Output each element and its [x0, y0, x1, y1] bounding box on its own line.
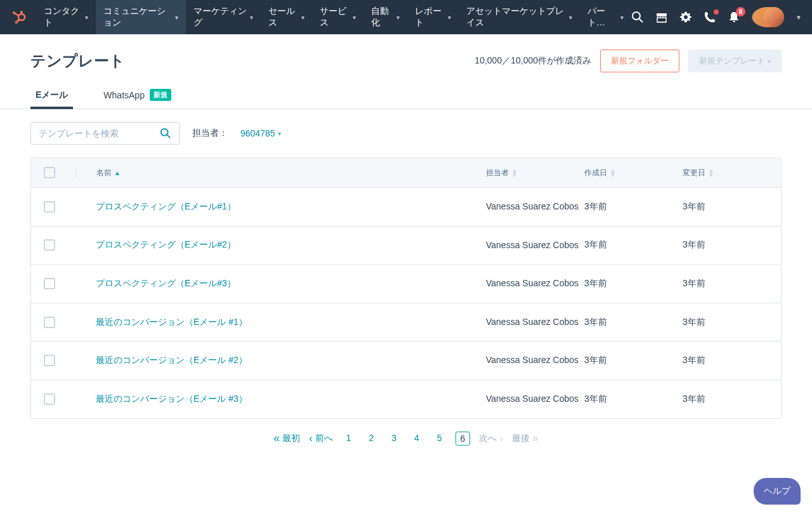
top-navigation: コンタクト▾コミュニケーション▾マーケティング▾セールス▾サービス▾自動化▾レポ… [0, 0, 812, 34]
row-owner-cell: Vanessa Suarez Cobos [486, 393, 584, 406]
chevron-down-icon: ▾ [620, 14, 624, 21]
nav-item-4[interactable]: サービス▾ [312, 0, 363, 34]
nav-item-1[interactable]: コミュニケーション▾ [96, 0, 186, 34]
chevron-down-icon: ▾ [85, 14, 88, 21]
row-owner-cell: Vanessa Suarez Cobos [486, 354, 584, 367]
nav-item-3[interactable]: セールス▾ [261, 0, 312, 34]
svg-line-4 [15, 13, 19, 16]
svg-line-6 [17, 19, 20, 22]
page-number-6[interactable]: 6 [455, 432, 471, 446]
search-icon[interactable] [160, 128, 171, 139]
tab-email-label: Eメール [36, 89, 68, 101]
hubspot-logo[interactable] [10, 8, 26, 26]
page-number-1[interactable]: 1 [342, 432, 356, 446]
nav-item-label: コンタクト [44, 6, 82, 29]
row-owner-cell: Vanessa Suarez Cobos [486, 277, 584, 290]
template-link[interactable]: 最近のコンバージョン（Eメール #2） [96, 355, 247, 365]
page-number-4[interactable]: 4 [410, 432, 424, 446]
user-avatar[interactable] [752, 7, 784, 27]
table-body: プロスペクティング（Eメール#1）Vanessa Suarez Cobos3年前… [31, 188, 781, 418]
tab-whatsapp-label: WhatsApp [103, 90, 145, 100]
row-name-cell: 最近のコンバージョン（Eメール #2） [82, 355, 486, 366]
row-check-cell [44, 355, 82, 366]
row-name-cell: 最近のコンバージョン（Eメール #3） [82, 394, 486, 405]
row-owner-cell: Vanessa Suarez Cobos [486, 239, 584, 252]
row-checkbox[interactable] [44, 317, 55, 328]
phone-badge-dot [714, 10, 719, 15]
header-owner[interactable]: 担当者 ▲▼ [486, 168, 584, 178]
nav-item-2[interactable]: マーケティング▾ [186, 0, 261, 34]
chevron-down-icon: ▾ [301, 14, 304, 21]
nav-item-8[interactable]: パート…▾ [580, 0, 631, 34]
row-checkbox[interactable] [44, 278, 55, 289]
row-checkbox[interactable] [44, 394, 55, 405]
new-folder-button[interactable]: 新規フォルダー [600, 50, 679, 72]
svg-point-7 [632, 12, 640, 20]
tab-whatsapp[interactable]: WhatsApp 新規 [98, 81, 176, 109]
nav-item-label: レポート [415, 6, 445, 29]
nav-item-6[interactable]: レポート▾ [407, 0, 459, 34]
row-checkbox[interactable] [44, 239, 55, 251]
template-link[interactable]: プロスペクティング（Eメール#1） [96, 201, 236, 211]
phone-icon[interactable] [704, 11, 716, 23]
nav-item-label: コミュニケーション [103, 6, 173, 29]
row-check-cell [44, 239, 82, 251]
owner-filter-value[interactable]: 9604785 ▾ [240, 128, 281, 138]
first-page-button[interactable]: « 最初 [273, 432, 300, 445]
chevron-down-icon[interactable]: ▼ [796, 14, 802, 21]
row-updated-cell: 3年前 [683, 201, 768, 213]
nav-item-0[interactable]: コンタクト▾ [36, 0, 95, 34]
template-link[interactable]: 最近のコンバージョン（Eメール #1） [96, 317, 247, 327]
sort-icon: ▲▼ [610, 168, 616, 177]
row-owner-cell: Vanessa Suarez Cobos [486, 201, 584, 213]
chevron-down-icon: ▾ [353, 14, 356, 21]
header-updated[interactable]: 変更日 ▲▼ [683, 168, 768, 178]
page-number-2[interactable]: 2 [364, 432, 378, 446]
marketplace-icon[interactable] [655, 11, 668, 23]
nav-item-7[interactable]: アセットマーケットプレイス▾ [459, 0, 580, 34]
header-name[interactable]: 名前 ▲ [75, 168, 486, 178]
toolbar: 担当者： 9604785 ▾ [0, 109, 812, 157]
prev-page-button[interactable]: ‹ 前へ [309, 433, 332, 444]
header-actions: 10,000／10,000件が作成済み 新規フォルダー 新規テンプレート ▾ [475, 50, 782, 72]
row-updated-cell: 3年前 [683, 355, 768, 366]
row-check-cell [44, 394, 82, 405]
row-updated-cell: 3年前 [683, 394, 768, 405]
pagination: « 最初 ‹ 前へ 123456 次へ › 最後 » [0, 419, 812, 471]
template-link[interactable]: プロスペクティング（Eメール#3） [96, 278, 236, 288]
row-checkbox[interactable] [44, 355, 55, 366]
row-owner-cell: Vanessa Suarez Cobos [486, 316, 584, 329]
select-all-checkbox[interactable] [44, 167, 55, 178]
row-checkbox[interactable] [44, 201, 55, 213]
search-box [30, 122, 180, 145]
nav-item-label: パート… [587, 6, 618, 29]
page-number-5[interactable]: 5 [433, 432, 447, 446]
nav-item-label: マーケティング [193, 6, 247, 29]
notification-icon[interactable]: 8 [728, 11, 740, 23]
table-row: 最近のコンバージョン（Eメール #3）Vanessa Suarez Cobos3… [31, 380, 781, 418]
templates-table: 名前 ▲ 担当者 ▲▼ 作成日 ▲▼ 変更日 ▲▼ プロスペクティング（Eメール… [30, 157, 782, 419]
nav-item-label: サービス [320, 6, 350, 29]
row-check-cell [44, 317, 82, 328]
search-icon[interactable] [631, 11, 644, 23]
row-name-cell: プロスペクティング（Eメール#1） [82, 201, 486, 213]
double-chevron-left-icon: « [273, 432, 280, 445]
chevron-down-icon: ▾ [768, 58, 771, 65]
owner-filter-label: 担当者： [192, 128, 228, 139]
sort-icon: ▲▼ [708, 168, 714, 177]
row-created-cell: 3年前 [584, 278, 683, 289]
row-created-cell: 3年前 [584, 394, 683, 405]
nav-items: コンタクト▾コミュニケーション▾マーケティング▾セールス▾サービス▾自動化▾レポ… [36, 0, 631, 34]
page-number-3[interactable]: 3 [387, 432, 401, 446]
template-link[interactable]: 最近のコンバージョン（Eメール #3） [96, 394, 247, 404]
search-input[interactable] [39, 128, 160, 138]
nav-item-5[interactable]: 自動化▾ [363, 0, 407, 34]
table-container: 名前 ▲ 担当者 ▲▼ 作成日 ▲▼ 変更日 ▲▼ プロスペクティング（Eメール… [0, 157, 812, 419]
row-created-cell: 3年前 [584, 317, 683, 328]
settings-icon[interactable] [679, 11, 692, 23]
header-created[interactable]: 作成日 ▲▼ [584, 168, 683, 178]
template-link[interactable]: プロスペクティング（Eメール#2） [96, 239, 236, 249]
tab-email[interactable]: Eメール [30, 81, 73, 109]
row-check-cell [44, 201, 82, 213]
row-created-cell: 3年前 [584, 239, 683, 251]
